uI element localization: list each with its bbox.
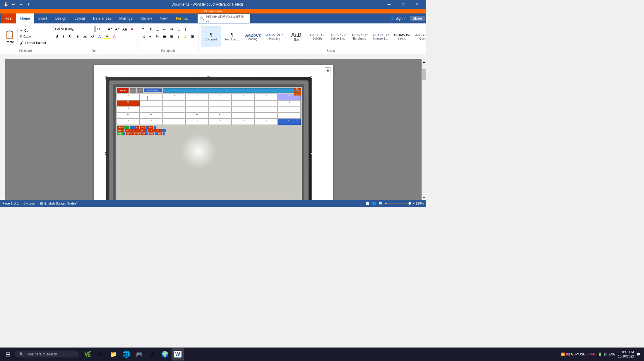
show-hide-btn[interactable]: ¶ [182, 26, 189, 32]
line-spacing-btn[interactable]: ↕ [175, 33, 182, 40]
align-center-btn[interactable]: ≡ [147, 33, 154, 40]
font-color-btn[interactable]: A [111, 33, 117, 40]
subscript-btn[interactable]: x₂ [82, 33, 88, 40]
shading-btn[interactable]: ▲ [182, 33, 189, 40]
tab-review[interactable]: Review [136, 13, 156, 23]
para-row-2: ⫷ ≡ ⫸ ☰ ▦ ↕ ▲ ⊞ [140, 33, 196, 40]
search-box[interactable]: 🔍 Tell me what you want to do... [198, 14, 250, 23]
scroll-down-btn[interactable]: ▼ [422, 195, 427, 200]
style-intense-em[interactable]: AaBbCcDd Intense E... [370, 26, 391, 47]
zoom-track[interactable] [388, 203, 411, 204]
cut-button[interactable]: ✂ Cut [19, 28, 47, 33]
strikethrough-btn[interactable]: S̶ [74, 33, 81, 40]
style-subtitle-preview: AaBbCcDd [309, 33, 325, 37]
sort-btn[interactable]: ⇅ [175, 26, 182, 32]
style-subtitle[interactable]: AaBbCcDd Subtitle [307, 26, 328, 47]
horizontal-ruler: · · · · · · · · · · · · · · · · · · · · [0, 54, 426, 59]
paste-icon: 📋 [5, 30, 15, 40]
style-subtle-em[interactable]: AaBbCcDd Subtle Em... [328, 26, 349, 47]
title-bar-left: 💾 ↩ ↪ ▼ [2, 1, 32, 8]
change-case-btn[interactable]: Aa [121, 26, 128, 32]
styles-gallery: ¶ 1 Normal ¶ No Spac... AaBbCc Heading 1… [201, 26, 426, 47]
zoom-in-btn[interactable]: + [412, 202, 414, 205]
style-intense-em-preview: AaBbCcDd [373, 33, 388, 37]
align-left-btn[interactable]: ⫷ [140, 33, 147, 40]
customize-quick-btn[interactable]: ▼ [25, 1, 32, 8]
format-painter-label: Format Painter [25, 41, 46, 45]
search-icon: 🔍 [200, 16, 204, 21]
sign-in-btn[interactable]: 👤 Sign in [390, 16, 406, 21]
style-emphasis[interactable]: AaBbCcDd Emphasis [349, 26, 370, 47]
borders-btn[interactable]: ⊞ [189, 33, 196, 40]
text-highlight-btn[interactable]: A [104, 33, 110, 40]
save-quick-btn[interactable]: 💾 [2, 1, 9, 8]
zoom-out-btn[interactable]: − [385, 202, 387, 205]
tab-home[interactable]: Home [16, 13, 34, 23]
style-heading1[interactable]: AaBbCc Heading 1 [243, 26, 263, 47]
font-name-input[interactable] [54, 26, 95, 32]
style-heading2[interactable]: AaBbCcDd Heading [264, 26, 285, 47]
layout-options-btn[interactable]: ⊞ [325, 67, 330, 73]
columns-btn[interactable]: ▦ [168, 33, 175, 40]
close-btn[interactable]: ✕ [410, 0, 424, 9]
paste-button[interactable]: 📋 Paste [2, 29, 18, 45]
style-title[interactable]: AaB Title [286, 26, 306, 47]
vertical-scrollbar[interactable]: ▲ ▼ [422, 59, 426, 200]
document-image[interactable]: ● S O N D A G E N ● STOP Temperatura [106, 77, 311, 200]
text-effect-btn[interactable]: A [96, 33, 103, 40]
view-print-btn[interactable]: 📄 [366, 202, 370, 205]
font-size-input[interactable] [95, 26, 106, 32]
tab-layout[interactable]: Layout [70, 13, 89, 23]
style-no-space[interactable]: ¶ No Spac... [222, 26, 242, 47]
share-btn[interactable]: Share [410, 16, 425, 21]
tab-format[interactable]: Format [172, 13, 192, 23]
bullets-btn[interactable]: ≡ [140, 26, 147, 32]
decrease-indent-btn[interactable]: ⇤ [161, 26, 168, 32]
style-strong-label: Strong [398, 37, 406, 40]
copy-button[interactable]: ⎘ Copy [19, 34, 47, 40]
scroll-up-btn[interactable]: ▲ [422, 59, 427, 64]
style-normal-preview: ¶ [210, 33, 212, 38]
style-strong[interactable]: AaBbCcDd Strong [391, 26, 412, 47]
document-page: ● S O N D A G E N ● STOP Temperatura [94, 65, 333, 200]
view-web-btn[interactable]: 🌐 [372, 202, 376, 205]
multilevel-list-btn[interactable]: ☰ [154, 26, 161, 32]
minimize-btn[interactable]: ─ [382, 0, 396, 9]
clear-format-btn[interactable]: A [129, 26, 135, 32]
tab-mailings[interactable]: Mailings [115, 13, 136, 23]
cut-label: Cut [24, 29, 29, 32]
vertical-ruler [0, 59, 5, 200]
italic-btn[interactable]: I [61, 33, 66, 40]
superscript-btn[interactable]: x² [89, 33, 95, 40]
scroll-thumb[interactable] [422, 69, 426, 80]
image-wrapper[interactable]: ● S O N D A G E N ● STOP Temperatura [106, 77, 312, 200]
tab-design[interactable]: Design [51, 13, 70, 23]
bold-btn[interactable]: B [54, 33, 60, 40]
style-normal[interactable]: ¶ 1 Normal [201, 26, 221, 47]
style-quote-preview: AaBbCcDd [415, 33, 426, 37]
view-read-btn[interactable]: 📖 [378, 202, 383, 205]
underline-btn[interactable]: U [67, 33, 74, 40]
tab-view[interactable]: View [156, 13, 172, 23]
tab-file[interactable]: File [1, 13, 16, 23]
align-right-btn[interactable]: ⫸ [154, 33, 161, 40]
format-painter-button[interactable]: 🖌 Format Painter [19, 40, 47, 46]
tab-references[interactable]: References [89, 13, 115, 23]
style-title-label: Title [294, 38, 299, 41]
numbering-btn[interactable]: ① [147, 26, 154, 32]
style-quote-label: Quote [419, 37, 426, 40]
style-quote[interactable]: AaBbCcDd Quote [413, 26, 426, 47]
zoom-level: 129% [416, 202, 424, 205]
cut-icon: ✂ [20, 28, 23, 33]
tab-insert[interactable]: Insert [34, 13, 51, 23]
zoom-handle[interactable] [408, 202, 411, 205]
shrink-font-btn[interactable]: A⁻ [114, 26, 121, 32]
style-h2-preview: AaBbCcDd [266, 33, 283, 37]
style-no-space-label: No Spac... [225, 38, 239, 41]
undo-quick-btn[interactable]: ↩ [10, 1, 17, 8]
justify-btn[interactable]: ☰ [161, 33, 168, 40]
maximize-btn[interactable]: □ [396, 0, 410, 9]
grow-font-btn[interactable]: A⁺ [107, 26, 113, 32]
redo-quick-btn[interactable]: ↪ [18, 1, 25, 8]
increase-indent-btn[interactable]: ⇥ [168, 26, 175, 32]
